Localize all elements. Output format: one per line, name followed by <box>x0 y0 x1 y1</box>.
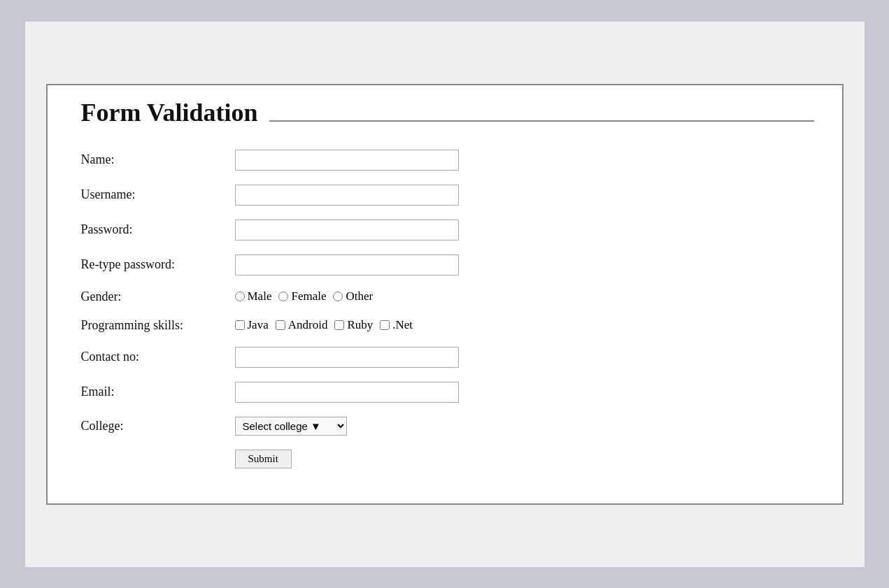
gender-male-radio[interactable] <box>235 292 245 301</box>
skill-android-text: Android <box>288 318 328 332</box>
gender-female-label[interactable]: Female <box>278 289 326 303</box>
retype-password-input-cell <box>229 248 814 282</box>
email-input[interactable] <box>235 382 459 403</box>
gender-other-radio[interactable] <box>333 292 343 301</box>
gender-radio-group: Male Female Other <box>235 289 809 303</box>
username-label: Username: <box>76 178 229 213</box>
skill-java-label[interactable]: Java <box>235 318 269 332</box>
skill-dotnet-text: .Net <box>392 318 413 332</box>
skill-dotnet-label[interactable]: .Net <box>380 318 413 332</box>
name-input[interactable] <box>235 150 459 171</box>
college-select[interactable]: Select college ▼ College A College B Col… <box>235 417 347 436</box>
skill-dotnet-checkbox[interactable] <box>380 320 390 330</box>
submit-spacer <box>76 443 229 475</box>
contact-input-cell <box>229 340 814 375</box>
gender-female-radio[interactable] <box>278 292 288 301</box>
skills-row: Programming skills: Java Android <box>76 311 814 340</box>
submit-cell: Submit <box>229 443 814 475</box>
gender-other-label[interactable]: Other <box>333 289 373 303</box>
college-select-cell: Select college ▼ College A College B Col… <box>229 410 814 443</box>
gender-male-text: Male <box>248 289 272 303</box>
skills-checkbox-group: Java Android Ruby .Net <box>235 318 809 332</box>
name-row: Name: <box>76 143 814 178</box>
gender-row: Gender: Male Female Other <box>76 282 814 311</box>
retype-password-input[interactable] <box>235 254 459 275</box>
skill-android-label[interactable]: Android <box>276 318 328 332</box>
form-table: Name: Username: Password: Re-type passwo… <box>76 143 814 475</box>
outer-wrapper: Form Validation Name: Username: Password… <box>25 22 865 567</box>
submit-row: Submit <box>76 443 814 475</box>
retype-password-label: Re-type password: <box>76 248 229 282</box>
fieldset-box: Form Validation Name: Username: Password… <box>46 84 844 505</box>
skill-java-text: Java <box>248 318 269 332</box>
password-row: Password: <box>76 213 814 248</box>
skill-android-checkbox[interactable] <box>276 320 285 330</box>
form-title: Form Validation <box>76 98 264 127</box>
retype-password-row: Re-type password: <box>76 248 814 282</box>
name-input-cell <box>229 143 814 178</box>
college-label: College: <box>76 410 229 443</box>
email-input-cell <box>229 375 814 410</box>
skills-label: Programming skills: <box>76 311 229 340</box>
password-label: Password: <box>76 213 229 248</box>
password-input-cell <box>229 213 814 248</box>
gender-label: Gender: <box>76 282 229 311</box>
contact-input[interactable] <box>235 347 459 368</box>
submit-button[interactable]: Submit <box>235 450 292 468</box>
skill-ruby-text: Ruby <box>347 318 373 332</box>
contact-row: Contact no: <box>76 340 814 375</box>
skill-ruby-checkbox[interactable] <box>334 320 344 330</box>
name-label: Name: <box>76 143 229 178</box>
gender-options-cell: Male Female Other <box>229 282 814 311</box>
skill-java-checkbox[interactable] <box>235 320 245 330</box>
username-row: Username: <box>76 178 814 213</box>
username-input-cell <box>229 178 814 213</box>
gender-male-label[interactable]: Male <box>235 289 272 303</box>
legend-line: Form Validation <box>76 99 814 143</box>
contact-label: Contact no: <box>76 340 229 375</box>
gender-female-text: Female <box>291 289 326 303</box>
gender-other-text: Other <box>346 289 373 303</box>
email-row: Email: <box>76 375 814 410</box>
password-input[interactable] <box>235 220 459 241</box>
username-input[interactable] <box>235 185 459 206</box>
skills-options-cell: Java Android Ruby .Net <box>229 311 814 340</box>
skill-ruby-label[interactable]: Ruby <box>334 318 373 332</box>
college-row: College: Select college ▼ College A Coll… <box>76 410 814 443</box>
email-label: Email: <box>76 375 229 410</box>
